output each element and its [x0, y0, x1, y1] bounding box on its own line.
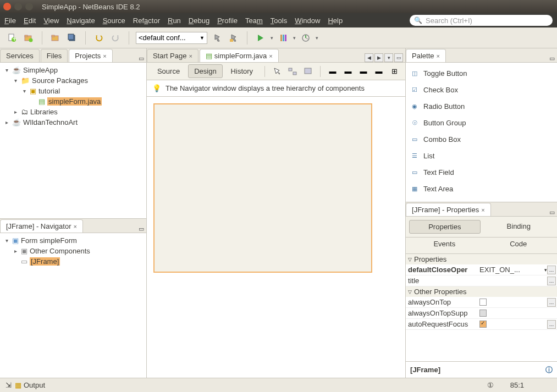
menu-file[interactable]: File [4, 16, 16, 25]
prop-category-properties[interactable]: ▽Properties [406, 254, 557, 264]
new-file-button[interactable]: + [5, 31, 19, 45]
build-button[interactable] [211, 31, 224, 45]
nav-jframe[interactable]: ▭[JFrame] [1, 256, 145, 267]
menu-debug[interactable]: Debug [189, 16, 209, 25]
clean-build-button[interactable] [227, 31, 240, 45]
menu-edit[interactable]: Edit [24, 16, 36, 25]
palette-combo-box[interactable]: ▭Combo Box [407, 131, 556, 147]
ellipsis-button[interactable]: … [547, 320, 556, 329]
minimize-panel-icon[interactable]: ▭ [139, 225, 144, 233]
align-right-button[interactable]: ▬ [341, 65, 355, 78]
jframe-component[interactable] [153, 103, 372, 273]
palette-radio-button[interactable]: ◉Radio Button [407, 98, 556, 114]
run-config-select[interactable]: <default conf...▼ [136, 32, 207, 44]
palette-toggle-button[interactable]: ◫Toggle Button [407, 65, 556, 81]
tab-services[interactable]: Services [0, 49, 40, 62]
property-list[interactable]: ▽Properties defaultCloseOperEXIT_ON_...▾… [406, 254, 557, 361]
tab-scroll-right-button[interactable]: ▶ [374, 53, 383, 62]
redo-button[interactable] [109, 31, 122, 45]
close-icon[interactable]: × [437, 53, 440, 59]
minimize-panel-icon[interactable]: ▭ [549, 55, 555, 62]
profile-project-button[interactable] [299, 31, 312, 45]
align-top-button[interactable]: ▬ [357, 65, 370, 78]
source-view-button[interactable]: Source [151, 64, 186, 78]
align-left-button[interactable]: ▬ [326, 65, 339, 78]
tab-files[interactable]: Files [41, 49, 68, 62]
close-icon[interactable]: × [481, 207, 484, 213]
tree-libraries[interactable]: ▸🗂Libraries [1, 107, 145, 117]
save-all-button[interactable] [65, 31, 79, 45]
prop-always-on-top[interactable]: alwaysOnTop… [406, 297, 557, 308]
output-label[interactable]: Output [24, 381, 45, 389]
tree-project-root2[interactable]: ▸☕WIldanTechnoArt [1, 117, 145, 128]
palette-list[interactable]: ☰List [407, 147, 556, 164]
close-icon[interactable]: × [73, 223, 76, 230]
menu-source[interactable]: Source [103, 16, 125, 25]
palette-button-group[interactable]: ⦾Button Group [407, 114, 556, 131]
quick-search-input[interactable]: 🔍 Search (Ctrl+I) [410, 15, 553, 26]
menu-window[interactable]: Window [295, 16, 320, 25]
new-project-button[interactable] [22, 31, 35, 45]
close-icon[interactable]: × [189, 53, 192, 59]
tab-projects[interactable]: Projects× [69, 49, 112, 62]
proptab-code[interactable]: Code [483, 238, 554, 250]
output-toggle-icon[interactable]: ⇲ [5, 381, 12, 389]
palette-text-area[interactable]: ▦Text Area [407, 180, 556, 197]
ellipsis-button[interactable]: … [547, 298, 556, 307]
maximize-editor-button[interactable]: ▭ [394, 53, 403, 62]
tree-file-simpleform[interactable]: ▤simpleForm.java [1, 96, 145, 107]
proptab-binding[interactable]: Binding [484, 220, 554, 234]
tab-properties[interactable]: [JFrame] - Properties× [406, 203, 491, 216]
palette-list[interactable]: ◫Toggle Button ☑Check Box ◉Radio Button … [406, 63, 557, 202]
palette-check-box[interactable]: ☑Check Box [407, 81, 556, 98]
ellipsis-button[interactable]: … [547, 277, 556, 285]
prop-title[interactable]: title… [406, 275, 557, 286]
menu-run[interactable]: Run [168, 16, 181, 25]
menu-tools[interactable]: Tools [271, 16, 287, 25]
menu-team[interactable]: Team [245, 16, 263, 25]
menu-profile[interactable]: Profile [217, 16, 238, 25]
undo-button[interactable] [92, 31, 106, 45]
design-view-button[interactable]: Design [188, 64, 222, 78]
selection-mode-button[interactable] [271, 65, 284, 78]
window-maximize-button[interactable] [25, 3, 33, 10]
tree-package-tutorial[interactable]: ▾▣tutorial [1, 86, 145, 96]
menu-view[interactable]: View [43, 16, 59, 25]
minimize-panel-icon[interactable]: ▭ [549, 209, 555, 216]
close-icon[interactable]: × [269, 53, 272, 59]
connection-mode-button[interactable] [286, 65, 299, 78]
help-icon[interactable]: ⓘ [545, 365, 553, 375]
menu-help[interactable]: Help [328, 16, 343, 25]
project-tree[interactable]: ▾☕SimpleApp ▾📁Source Packages ▾▣tutorial… [0, 63, 146, 218]
tab-scroll-left-button[interactable]: ◀ [365, 53, 373, 62]
menu-refactor[interactable]: Refactor [133, 16, 160, 25]
open-project-button[interactable] [49, 31, 62, 45]
minimize-panel-icon[interactable]: ▭ [139, 55, 144, 62]
tab-simpleform[interactable]: ▤simpleForm.java× [200, 49, 279, 62]
proptab-events[interactable]: Events [409, 238, 479, 250]
preview-button[interactable] [301, 65, 315, 78]
prop-auto-request-focus[interactable]: autoRequestFocus… [406, 319, 557, 330]
nav-other-components[interactable]: ▸▣Other Components [1, 246, 145, 256]
output-icon[interactable]: ▦ [15, 381, 21, 389]
menu-navigate[interactable]: Navigate [67, 16, 95, 25]
prop-category-other[interactable]: ▽Other Properties [406, 286, 557, 297]
proptab-properties[interactable]: Properties [409, 220, 480, 234]
window-close-button[interactable] [3, 3, 11, 10]
tree-project-root[interactable]: ▾☕SimpleApp [1, 65, 145, 75]
prop-always-on-top-supported[interactable]: alwaysOnTopSupp [406, 308, 557, 319]
tab-start-page[interactable]: Start Page× [147, 49, 198, 62]
ellipsis-button[interactable]: … [547, 266, 556, 274]
tree-source-packages[interactable]: ▾📁Source Packages [1, 75, 145, 86]
debug-project-button[interactable] [277, 31, 290, 45]
run-project-button[interactable] [254, 31, 267, 45]
history-view-button[interactable]: History [225, 64, 259, 78]
design-canvas[interactable] [147, 97, 405, 378]
tab-navigator[interactable]: [JFrame] - Navigator× [0, 219, 83, 233]
navigator-tree[interactable]: ▾▣Form simpleForm ▸▣Other Components ▭[J… [0, 233, 146, 378]
prop-default-close-operation[interactable]: defaultCloseOperEXIT_ON_...▾… [406, 264, 557, 275]
palette-text-field[interactable]: ▭Text Field [407, 164, 556, 180]
align-grid-button[interactable]: ⊞ [388, 65, 401, 78]
align-bottom-button[interactable]: ▬ [372, 65, 385, 78]
notification-icon[interactable]: ① [487, 381, 494, 389]
